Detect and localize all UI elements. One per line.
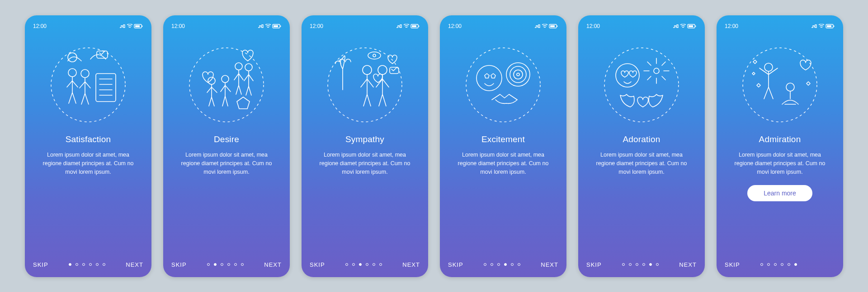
skip-button[interactable]: SKIP (33, 261, 48, 268)
page-dot[interactable] (788, 263, 790, 266)
page-dot[interactable] (629, 263, 632, 266)
screen-description: Lorem ipsum dolor sit amet, mea regione … (312, 151, 417, 177)
status-icons (120, 24, 143, 28)
page-dot[interactable] (221, 263, 223, 266)
page-dot[interactable] (214, 263, 217, 266)
signal-wifi-battery-icon (258, 24, 282, 28)
svg-point-12 (373, 54, 376, 57)
skip-button[interactable]: SKIP (725, 261, 740, 268)
satisfaction-icon (33, 35, 143, 134)
next-button[interactable]: NEXT (126, 261, 143, 268)
page-dot[interactable] (227, 263, 230, 266)
page-dot[interactable] (366, 263, 368, 266)
status-icons (811, 24, 835, 28)
status-bar: 12:00 (171, 22, 282, 31)
onboarding-footer: SKIP NEXT (33, 261, 143, 268)
page-dot[interactable] (484, 263, 486, 266)
page-dot[interactable] (511, 263, 514, 266)
status-icons (673, 24, 697, 28)
next-button[interactable]: NEXT (679, 261, 697, 268)
onboarding-screen-3: 12:00 Excitement Lorem ipsum dolor sit a… (440, 15, 566, 277)
onboarding-screen-4: 12:00 Adoration Lorem ipsu (578, 15, 705, 277)
screen-description: Lorem ipsum dolor sit amet, mea regione … (589, 151, 694, 177)
page-dot[interactable] (103, 263, 105, 266)
status-icons (535, 24, 558, 28)
skip-button[interactable]: SKIP (310, 261, 325, 268)
skip-button[interactable]: SKIP (586, 261, 602, 268)
signal-wifi-battery-icon (120, 24, 143, 28)
onboarding-screen-0: 12:00 Satisfaction Lorem ipsum dolor sit… (25, 15, 151, 277)
onboarding-footer: SKIP NEXT (586, 261, 697, 268)
page-dot[interactable] (497, 263, 500, 266)
screen-title: Satisfaction (36, 134, 141, 144)
onboarding-footer: SKIP NEXT (725, 261, 835, 268)
next-button[interactable]: NEXT (541, 261, 558, 268)
page-dot[interactable] (373, 263, 375, 266)
page-dot[interactable] (760, 263, 763, 266)
desire-icon (171, 35, 282, 134)
status-bar: 12:00 (725, 22, 835, 31)
screen-description: Lorem ipsum dolor sit amet, mea regione … (36, 151, 141, 177)
svg-point-10 (378, 65, 387, 74)
onboarding-footer: SKIP NEXT (171, 261, 282, 268)
status-icons (258, 24, 282, 28)
status-icons (396, 24, 420, 28)
page-dot[interactable] (352, 263, 355, 266)
svg-rect-2 (96, 74, 116, 102)
page-dot[interactable] (241, 263, 244, 266)
onboarding-screen-5: 12:00 Admiration Lorem ipsum dolor sit a… (717, 15, 843, 277)
page-dot[interactable] (518, 263, 520, 266)
skip-button[interactable]: SKIP (171, 261, 187, 268)
onboarding-screen-1: 12:00 Desire Lorem ipsum dolor sit amet,… (163, 15, 290, 277)
svg-point-7 (235, 63, 242, 70)
svg-point-20 (654, 68, 659, 74)
status-bar: 12:00 (310, 22, 420, 31)
svg-point-17 (514, 70, 523, 79)
status-time: 12:00 (310, 23, 323, 29)
status-time: 12:00 (725, 23, 738, 29)
svg-point-6 (222, 75, 229, 83)
page-dot[interactable] (642, 263, 645, 266)
page-dot[interactable] (622, 263, 625, 266)
svg-point-8 (245, 64, 252, 71)
page-dot[interactable] (359, 263, 362, 266)
page-dot[interactable] (96, 263, 99, 266)
next-button[interactable]: NEXT (402, 261, 420, 268)
status-bar: 12:00 (586, 22, 697, 31)
sympathy-icon (310, 35, 420, 134)
signal-wifi-battery-icon (673, 24, 697, 28)
svg-point-11 (368, 52, 381, 59)
page-dot[interactable] (345, 263, 348, 266)
svg-point-16 (510, 66, 526, 83)
admiration-icon (725, 35, 835, 134)
page-dot[interactable] (69, 263, 71, 266)
screen-description: Lorem ipsum dolor sit amet, mea regione … (451, 151, 556, 177)
page-dot[interactable] (636, 263, 638, 266)
page-dot[interactable] (89, 263, 92, 266)
svg-point-9 (363, 65, 372, 74)
page-dot[interactable] (82, 263, 85, 266)
adoration-icon (586, 35, 697, 134)
page-dot[interactable] (794, 263, 797, 266)
page-dot[interactable] (774, 263, 777, 266)
page-dot[interactable] (649, 263, 652, 266)
page-indicator (207, 263, 244, 266)
page-indicator (69, 263, 105, 266)
next-button[interactable]: NEXT (264, 261, 282, 268)
svg-point-0 (68, 69, 76, 77)
page-dot[interactable] (491, 263, 493, 266)
svg-point-1 (81, 70, 89, 78)
page-dot[interactable] (379, 263, 382, 266)
page-dot[interactable] (504, 263, 507, 266)
page-dot[interactable] (75, 263, 78, 266)
svg-point-14 (476, 65, 502, 91)
page-dot[interactable] (767, 263, 770, 266)
page-dot[interactable] (207, 263, 210, 266)
svg-point-22 (786, 83, 794, 91)
page-dot[interactable] (781, 263, 783, 266)
skip-button[interactable]: SKIP (448, 261, 463, 268)
page-dot[interactable] (656, 263, 659, 266)
learn-more-button[interactable]: Learn more (747, 185, 812, 201)
page-dot[interactable] (234, 263, 237, 266)
svg-point-18 (517, 73, 519, 76)
